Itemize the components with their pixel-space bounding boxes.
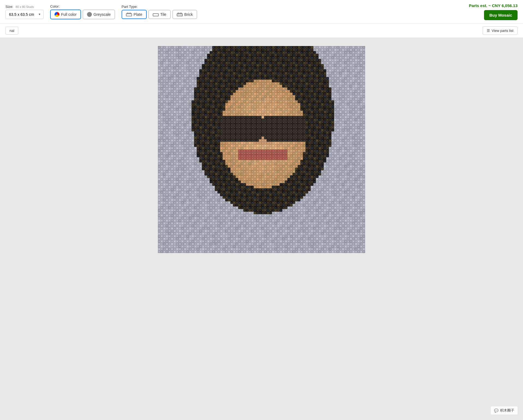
- size-group: Size: 80 x 80 Studs 63.5 x 63.5 cm 48 x …: [5, 5, 44, 19]
- size-select[interactable]: 63.5 x 63.5 cm 48 x 48 cm 96 x 96 cm: [5, 10, 44, 19]
- svg-rect-4: [177, 14, 182, 16]
- main-content: [0, 38, 523, 261]
- size-select-wrapper: 63.5 x 63.5 cm 48 x 48 cm 96 x 96 cm ▼: [5, 10, 44, 19]
- tile-button[interactable]: Tile: [148, 10, 171, 19]
- price-area: Parts est. ~ CNY 6,056.13 Buy Mosaic: [469, 3, 518, 20]
- brick-button[interactable]: Brick: [172, 10, 197, 19]
- view-parts-button[interactable]: ☰ View parts list: [483, 26, 518, 35]
- full-color-label: Full color: [61, 12, 77, 17]
- parttype-btn-row: Plate Tile Brick: [122, 10, 197, 19]
- size-label: Size:: [5, 5, 13, 9]
- plate-icon: [126, 13, 132, 16]
- size-studs: 80 x 80 Studs: [16, 5, 34, 8]
- greyscale-button[interactable]: Greyscale: [83, 10, 115, 19]
- toolbar: Size: 80 x 80 Studs 63.5 x 63.5 cm 48 x …: [0, 0, 523, 24]
- color-btn-row: Full color Greyscale: [50, 10, 115, 19]
- tab-button[interactable]: nal: [5, 27, 18, 35]
- svg-rect-6: [180, 13, 182, 14]
- brick-icon: [177, 13, 183, 16]
- price-text: Parts est. ~ CNY 6,056.13: [469, 3, 518, 8]
- svg-rect-5: [178, 13, 179, 14]
- plate-button[interactable]: Plate: [122, 10, 147, 19]
- svg-rect-3: [153, 14, 158, 16]
- buy-mosaic-button[interactable]: Buy Mosaic: [484, 10, 518, 20]
- grey-icon: [87, 12, 92, 17]
- parttype-group: Part Type: Plate Tile: [122, 5, 197, 19]
- full-color-icon: [55, 12, 59, 17]
- svg-rect-1: [127, 13, 128, 14]
- tile-icon: [153, 13, 159, 16]
- svg-rect-2: [130, 13, 131, 14]
- parttype-label: Part Type:: [122, 5, 197, 9]
- secondary-bar: nal ☰ View parts list: [0, 24, 523, 38]
- greyscale-label: Greyscale: [94, 12, 111, 17]
- svg-rect-0: [126, 14, 132, 16]
- view-parts-label: View parts list: [492, 29, 513, 33]
- color-label: Color:: [50, 4, 115, 8]
- tile-label: Tile: [160, 12, 166, 17]
- list-icon: ☰: [487, 29, 490, 33]
- full-color-button[interactable]: Full color: [50, 10, 81, 19]
- plate-label: Plate: [134, 12, 142, 17]
- mosaic-container: [158, 46, 365, 253]
- mosaic-canvas: [158, 46, 365, 253]
- color-group: Color: Full color Greyscale: [50, 4, 115, 19]
- brick-label: Brick: [184, 12, 193, 17]
